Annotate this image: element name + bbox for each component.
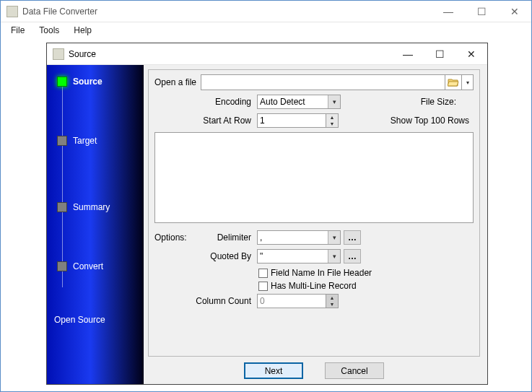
- chevron-down-icon: ▾: [328, 95, 340, 108]
- checkbox-icon: [258, 282, 268, 291]
- form-panel: Open a file ▾: [148, 69, 480, 357]
- quotedby-value: ": [260, 251, 263, 261]
- step-label: Target: [73, 136, 97, 146]
- dialog-minimize-button[interactable]: —: [392, 43, 424, 64]
- chevron-down-icon: ▾: [328, 250, 340, 263]
- menu-help[interactable]: Help: [68, 24, 97, 37]
- delimiter-more-button[interactable]: …: [344, 230, 361, 245]
- quotedby-select[interactable]: " ▾: [257, 249, 341, 263]
- step-marker-icon: [57, 202, 67, 212]
- step-marker-icon: [57, 77, 67, 87]
- client-area: Source — ☐ ✕ Source Target: [1, 38, 531, 391]
- step-marker-icon: [57, 261, 67, 271]
- colcount-label: Column Count: [195, 296, 251, 306]
- step-label: Summary: [73, 202, 110, 212]
- app-title: Data File Converter: [22, 6, 432, 17]
- delimiter-select[interactable]: , ▾: [257, 230, 341, 245]
- start-row-label: Start At Row: [195, 116, 251, 126]
- next-button[interactable]: Next: [244, 362, 303, 379]
- file-path-input[interactable]: [201, 74, 445, 90]
- checkbox-icon: [258, 269, 268, 278]
- field-name-label: Field Name In File Header: [271, 268, 372, 278]
- dialog-buttons: Next Cancel: [148, 362, 480, 379]
- dialog-close-button[interactable]: ✕: [455, 43, 487, 64]
- open-file-label: Open a file: [154, 77, 201, 87]
- show-top-label: Show Top 100 Rows: [391, 116, 469, 126]
- dialog-maximize-button[interactable]: ☐: [424, 43, 455, 64]
- spinner-buttons[interactable]: ▲▼: [326, 113, 339, 128]
- dialog-title: Source: [69, 49, 392, 59]
- step-source[interactable]: Source: [57, 77, 103, 87]
- multiline-checkbox[interactable]: Has Multi-Line Record: [258, 281, 474, 291]
- quotedby-label: Quoted By: [195, 251, 251, 261]
- multiline-label: Has Multi-Line Record: [271, 281, 357, 291]
- step-summary[interactable]: Summary: [57, 202, 110, 212]
- source-dialog: Source — ☐ ✕ Source Target: [46, 43, 488, 385]
- spinner-buttons: ▲▼: [326, 294, 339, 308]
- options-label: Options:: [154, 232, 195, 243]
- menu-tools[interactable]: Tools: [33, 24, 65, 37]
- close-button[interactable]: ✕: [498, 1, 531, 22]
- dialog-titlebar: Source — ☐ ✕: [47, 43, 487, 65]
- menubar: File Tools Help: [1, 22, 531, 38]
- step-label: Convert: [73, 261, 103, 271]
- folder-open-icon: [448, 77, 459, 87]
- dialog-icon: [53, 48, 64, 60]
- encoding-label: Encoding: [206, 97, 251, 107]
- file-history-dropdown[interactable]: ▾: [462, 74, 474, 90]
- delimiter-label: Delimiter: [195, 232, 251, 243]
- file-size-label: File Size:: [421, 97, 456, 107]
- menu-file[interactable]: File: [5, 24, 30, 37]
- preview-area: [154, 132, 474, 223]
- colcount-input[interactable]: [257, 294, 326, 308]
- step-marker-icon: [57, 136, 67, 146]
- minimize-button[interactable]: —: [432, 1, 465, 22]
- start-row-spinner[interactable]: ▲▼: [257, 113, 339, 128]
- cancel-button[interactable]: Cancel: [325, 362, 384, 379]
- colcount-spinner[interactable]: ▲▼: [257, 294, 339, 308]
- field-name-checkbox[interactable]: Field Name In File Header: [258, 268, 474, 278]
- step-connector: [62, 85, 63, 287]
- app-icon: [6, 6, 18, 17]
- chevron-down-icon: ▾: [328, 231, 340, 244]
- wizard-sidebar: Source Target Summary Convert Open Sou: [47, 65, 144, 384]
- quotedby-more-button[interactable]: …: [344, 249, 361, 263]
- browse-button[interactable]: [445, 74, 462, 90]
- step-convert[interactable]: Convert: [57, 261, 103, 271]
- step-target[interactable]: Target: [57, 136, 97, 146]
- maximize-button[interactable]: ☐: [465, 1, 498, 22]
- main-titlebar: Data File Converter — ☐ ✕: [1, 1, 531, 22]
- start-row-input[interactable]: [257, 113, 326, 128]
- delimiter-value: ,: [260, 232, 262, 243]
- encoding-select[interactable]: Auto Detect ▾: [257, 95, 341, 109]
- encoding-value: Auto Detect: [260, 97, 305, 107]
- step-label: Source: [73, 77, 103, 87]
- main-window: Data File Converter — ☐ ✕ File Tools Hel…: [0, 0, 532, 392]
- wizard-main: Open a file ▾: [144, 65, 487, 384]
- wizard-hint: Open Source: [54, 315, 105, 325]
